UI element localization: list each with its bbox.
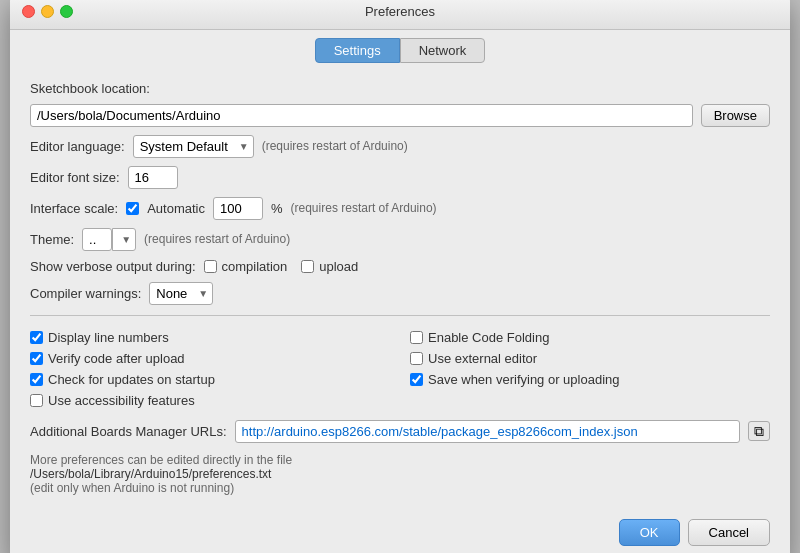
editor-font-size-row: Editor font size: xyxy=(30,166,770,189)
interface-scale-auto-checkbox[interactable] xyxy=(126,202,139,215)
theme-input[interactable] xyxy=(82,228,112,251)
footer-path: /Users/bola/Library/Arduino15/preference… xyxy=(30,467,770,481)
footer-line1: More preferences can be edited directly … xyxy=(30,453,770,467)
editor-font-size-input[interactable] xyxy=(128,166,178,189)
preferences-window: Preferences Settings Network Sketchbook … xyxy=(10,0,790,553)
upload-checkbox-row: upload xyxy=(301,259,358,274)
accessibility-row: Use accessibility features xyxy=(30,393,390,408)
sketchbook-label: Sketchbook location: xyxy=(30,81,150,96)
interface-scale-hint: (requires restart of Arduino) xyxy=(291,201,437,215)
theme-select-wrap: ▼ xyxy=(82,228,136,251)
compiler-warnings-select[interactable]: None xyxy=(149,282,213,305)
external-editor-row: Use external editor xyxy=(410,351,770,366)
external-editor-checkbox[interactable] xyxy=(410,352,423,365)
verbose-row: Show verbose output during: compilation … xyxy=(30,259,770,274)
editor-language-hint: (requires restart of Arduino) xyxy=(262,139,408,153)
compiler-warnings-select-wrap: None ▼ xyxy=(149,282,213,305)
boards-manager-url-input[interactable] xyxy=(235,420,740,443)
save-verifying-checkbox[interactable] xyxy=(410,373,423,386)
display-line-numbers-row: Display line numbers xyxy=(30,330,390,345)
verify-code-row: Verify code after upload xyxy=(30,351,390,366)
code-folding-label: Enable Code Folding xyxy=(428,330,549,345)
upload-checkbox[interactable] xyxy=(301,260,314,273)
sketchbook-row: Sketchbook location: xyxy=(30,81,770,96)
compilation-checkbox-row: compilation xyxy=(204,259,288,274)
tabs-bar: Settings Network xyxy=(10,30,790,69)
editor-font-size-label: Editor font size: xyxy=(30,170,120,185)
minimize-button[interactable] xyxy=(41,5,54,18)
theme-select[interactable] xyxy=(112,228,136,251)
boards-manager-label: Additional Boards Manager URLs: xyxy=(30,424,227,439)
code-folding-checkbox[interactable] xyxy=(410,331,423,344)
check-updates-label: Check for updates on startup xyxy=(48,372,215,387)
maximize-button[interactable] xyxy=(60,5,73,18)
interface-scale-percent: % xyxy=(271,201,283,216)
close-button[interactable] xyxy=(22,5,35,18)
dialog-buttons: OK Cancel xyxy=(10,511,790,554)
display-line-numbers-label: Display line numbers xyxy=(48,330,169,345)
interface-scale-input[interactable] xyxy=(213,197,263,220)
compiler-warnings-label: Compiler warnings: xyxy=(30,286,141,301)
sketchbook-input-row: Browse xyxy=(30,104,770,127)
external-editor-label: Use external editor xyxy=(428,351,537,366)
compilation-label: compilation xyxy=(222,259,288,274)
verify-code-label: Verify code after upload xyxy=(48,351,185,366)
compilation-checkbox[interactable] xyxy=(204,260,217,273)
verify-code-checkbox[interactable] xyxy=(30,352,43,365)
interface-scale-auto-label: Automatic xyxy=(147,201,205,216)
tab-settings[interactable]: Settings xyxy=(315,38,400,63)
check-updates-checkbox[interactable] xyxy=(30,373,43,386)
theme-hint: (requires restart of Arduino) xyxy=(144,232,290,246)
check-updates-row: Check for updates on startup xyxy=(30,372,390,387)
editor-language-select-wrap: System Default ▼ xyxy=(133,135,254,158)
theme-row: Theme: ▼ (requires restart of Arduino) xyxy=(30,228,770,251)
checkboxes-section: Display line numbers Enable Code Folding… xyxy=(30,330,770,408)
editor-language-label: Editor language: xyxy=(30,139,125,154)
interface-scale-label: Interface scale: xyxy=(30,201,118,216)
theme-label: Theme: xyxy=(30,232,74,247)
save-verifying-label: Save when verifying or uploading xyxy=(428,372,620,387)
traffic-lights xyxy=(22,5,73,18)
cancel-button[interactable]: Cancel xyxy=(688,519,770,546)
copy-url-button[interactable]: ⧉ xyxy=(748,421,770,441)
display-line-numbers-checkbox[interactable] xyxy=(30,331,43,344)
upload-label: upload xyxy=(319,259,358,274)
interface-scale-row: Interface scale: Automatic % (requires r… xyxy=(30,197,770,220)
browse-button[interactable]: Browse xyxy=(701,104,770,127)
save-verifying-row: Save when verifying or uploading xyxy=(410,372,770,387)
editor-language-select[interactable]: System Default xyxy=(133,135,254,158)
code-folding-row: Enable Code Folding xyxy=(410,330,770,345)
sketchbook-input[interactable] xyxy=(30,104,693,127)
footer-text: More preferences can be edited directly … xyxy=(30,453,770,495)
compiler-warnings-row: Compiler warnings: None ▼ xyxy=(30,282,770,305)
ok-button[interactable]: OK xyxy=(619,519,680,546)
titlebar: Preferences xyxy=(10,0,790,30)
accessibility-label: Use accessibility features xyxy=(48,393,195,408)
editor-language-row: Editor language: System Default ▼ (requi… xyxy=(30,135,770,158)
settings-content: Sketchbook location: Browse Editor langu… xyxy=(10,69,790,511)
tab-network[interactable]: Network xyxy=(400,38,486,63)
divider xyxy=(30,315,770,316)
footer-line2: (edit only when Arduino is not running) xyxy=(30,481,770,495)
window-title: Preferences xyxy=(365,4,435,19)
boards-manager-row: Additional Boards Manager URLs: ⧉ xyxy=(30,420,770,443)
compilation-row: compilation upload xyxy=(204,259,359,274)
accessibility-checkbox[interactable] xyxy=(30,394,43,407)
verbose-label: Show verbose output during: xyxy=(30,259,196,274)
